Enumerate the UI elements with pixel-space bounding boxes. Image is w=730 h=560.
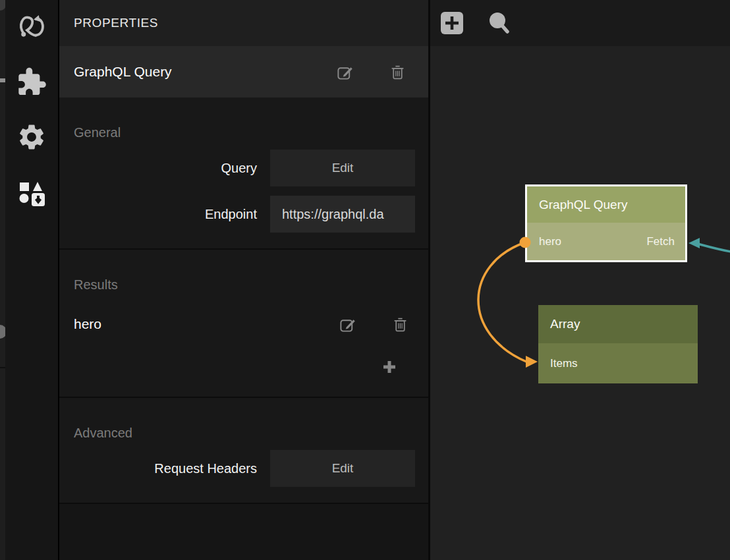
canvas-node-array[interactable]: Array Items bbox=[538, 305, 698, 383]
port-items[interactable]: Items bbox=[550, 357, 578, 370]
node-port-row: hero Fetch bbox=[527, 223, 685, 260]
plugins-puzzle-icon bbox=[17, 66, 46, 95]
endpoint-input[interactable] bbox=[270, 196, 415, 233]
selected-node-header: GraphQL Query bbox=[59, 46, 428, 98]
query-edit-button[interactable]: Edit bbox=[270, 150, 415, 186]
add-result-button[interactable] bbox=[378, 356, 401, 378]
result-item-row: hero bbox=[59, 310, 428, 339]
result-delete-button[interactable] bbox=[389, 313, 411, 335]
properties-title: PROPERTIES bbox=[59, 0, 428, 46]
wire-to-fetch bbox=[696, 244, 730, 252]
properties-panel: PROPERTIES GraphQL Query General bbox=[59, 0, 428, 560]
sidebar-item-plugins[interactable] bbox=[14, 63, 49, 98]
request-headers-label: Request Headers bbox=[59, 461, 270, 476]
request-headers-edit-button[interactable]: Edit bbox=[270, 450, 415, 487]
general-heading: General bbox=[74, 125, 428, 140]
node-canvas[interactable]: GraphQL Query hero Fetch Array Items bbox=[428, 0, 730, 560]
request-headers-row: Request Headers Edit bbox=[59, 450, 428, 487]
node-title[interactable]: GraphQL Query bbox=[527, 186, 685, 223]
selected-node-title: GraphQL Query bbox=[74, 64, 333, 80]
wire-hero-to-items bbox=[478, 242, 526, 362]
canvas-node-graphql-query[interactable]: GraphQL Query hero Fetch bbox=[525, 184, 687, 262]
panel-footer bbox=[59, 503, 428, 560]
port-fetch[interactable]: Fetch bbox=[646, 235, 675, 248]
components-shapes-icon bbox=[16, 179, 47, 209]
noodl-logo-icon bbox=[16, 9, 47, 39]
section-general: General Query Edit Endpoint bbox=[59, 98, 428, 248]
canvas-toolbar bbox=[430, 0, 730, 46]
section-advanced: Advanced Request Headers Edit bbox=[59, 397, 428, 503]
sidebar-item-settings[interactable] bbox=[14, 120, 49, 154]
result-item-name: hero bbox=[74, 316, 336, 332]
query-label: Query bbox=[59, 161, 270, 176]
wire-arrowhead-items bbox=[526, 356, 538, 368]
node-title[interactable]: Array bbox=[538, 305, 698, 343]
query-row: Query Edit bbox=[59, 150, 428, 186]
results-heading: Results bbox=[74, 277, 428, 293]
delete-node-button[interactable] bbox=[386, 61, 408, 83]
add-node-icon[interactable] bbox=[439, 11, 464, 36]
connection-wires bbox=[430, 0, 730, 560]
sidebar-item-components[interactable] bbox=[14, 177, 49, 211]
properties-body: General Query Edit Endpoint Results bbox=[59, 98, 428, 560]
app-window: PROPERTIES GraphQL Query General bbox=[0, 0, 730, 560]
result-edit-button[interactable] bbox=[336, 313, 358, 335]
node-port-row: Items bbox=[538, 343, 698, 383]
strip-divider bbox=[0, 367, 5, 368]
endpoint-label: Endpoint bbox=[59, 207, 270, 222]
collapsed-panel-strip bbox=[0, 0, 5, 560]
rename-node-button[interactable] bbox=[333, 61, 356, 83]
wire-arrowhead-fetch bbox=[688, 238, 700, 248]
advanced-heading: Advanced bbox=[74, 426, 428, 441]
search-icon[interactable] bbox=[486, 11, 511, 36]
port-hero[interactable]: hero bbox=[539, 235, 561, 248]
panel-drag-handle[interactable] bbox=[0, 325, 5, 339]
sidebar-item-nodes[interactable] bbox=[14, 7, 49, 41]
settings-gear-icon bbox=[16, 122, 47, 152]
strip-corner-blob bbox=[0, 0, 5, 11]
section-results: Results hero bbox=[59, 248, 428, 397]
icon-sidebar bbox=[5, 0, 59, 560]
strip-scroll-thumb[interactable] bbox=[0, 78, 5, 82]
endpoint-row: Endpoint bbox=[59, 196, 428, 233]
